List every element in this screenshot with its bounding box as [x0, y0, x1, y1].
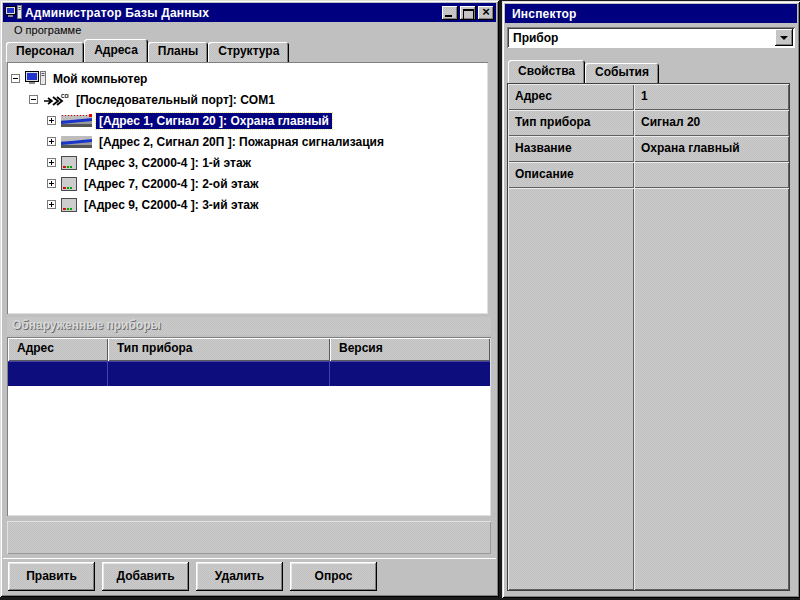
- signal20-panel-icon: [61, 114, 92, 128]
- expand-icon[interactable]: [47, 137, 56, 146]
- c2000-module-icon: [61, 156, 77, 170]
- inspector-title-bar[interactable]: Инспектор: [505, 4, 797, 23]
- tree-item-label: [Адрес 7, С2000-4 ]: 2-ой этаж: [81, 176, 261, 192]
- tree-item-addr3[interactable]: [Адрес 3, С2000-4 ]: 1-й этаж: [9, 152, 486, 173]
- tree-item-addr9[interactable]: [Адрес 9, С2000-4 ]: 3-ий этаж: [9, 194, 486, 215]
- tree-item-label: [Адрес 1, Сигнал 20 ]: Охрана главный: [96, 113, 332, 129]
- table-header-row: Адрес Тип прибора Версия: [8, 338, 490, 361]
- tab-events[interactable]: События: [585, 63, 659, 83]
- property-name: Название: [508, 136, 634, 162]
- tree-item-computer[interactable]: Мой компьютер: [9, 68, 486, 89]
- tree-item-label: [Адрес 2, Сигнал 20П ]: Пожарная сигнали…: [96, 134, 387, 150]
- edit-button[interactable]: Править: [8, 562, 95, 591]
- poll-button[interactable]: Опрос: [290, 562, 377, 591]
- expand-icon[interactable]: [47, 179, 56, 188]
- collapse-icon[interactable]: [29, 95, 38, 104]
- c2000-module-icon: [61, 198, 77, 212]
- tree-item-addr7[interactable]: [Адрес 7, С2000-4 ]: 2-ой этаж: [9, 173, 486, 194]
- inspector-tab-strip: Свойства События: [505, 60, 797, 83]
- maximize-button[interactable]: [460, 6, 476, 20]
- expand-icon[interactable]: [47, 158, 56, 167]
- inspector-title: Инспектор: [512, 7, 577, 21]
- column-header-address[interactable]: Адрес: [8, 338, 108, 361]
- combobox-value: Прибор: [507, 27, 775, 48]
- add-button[interactable]: Добавить: [102, 562, 189, 591]
- property-value[interactable]: Сигнал 20: [634, 110, 789, 136]
- expand-icon[interactable]: [47, 116, 56, 125]
- svg-text:COM: COM: [61, 93, 69, 99]
- status-strip: [7, 521, 491, 554]
- signal20-panel-icon: [61, 135, 92, 149]
- property-grid: Адрес 1 Тип прибора Сигнал 20 Название О…: [507, 83, 790, 591]
- tab-plans[interactable]: Планы: [148, 42, 208, 62]
- main-window: Администратор Базы Данных О программе Пе…: [0, 0, 499, 597]
- property-value[interactable]: [634, 162, 789, 188]
- collapse-icon[interactable]: [11, 74, 20, 83]
- tab-addresses[interactable]: Адреса: [84, 39, 148, 62]
- cell-version: [330, 361, 490, 386]
- detected-devices-table: Адрес Тип прибора Версия: [7, 337, 491, 516]
- delete-button[interactable]: Удалить: [196, 562, 283, 591]
- property-row-description: Описание: [508, 162, 789, 188]
- tree-item-label: [Адрес 3, С2000-4 ]: 1-й этаж: [81, 155, 254, 171]
- property-name: Тип прибора: [508, 110, 634, 136]
- main-window-title: Администратор Базы Данных: [25, 6, 209, 20]
- menu-item-about[interactable]: О программе: [10, 24, 85, 36]
- property-grid-empty-area: [508, 188, 789, 590]
- property-value[interactable]: 1: [634, 84, 789, 110]
- app-icon: [5, 5, 22, 20]
- main-title-bar[interactable]: Администратор Базы Данных: [3, 3, 496, 22]
- table-row-selected[interactable]: [8, 361, 490, 386]
- tree-item-label: Мой компьютер: [50, 71, 150, 87]
- computer-icon: [25, 71, 46, 86]
- tree-item-addr1[interactable]: [Адрес 1, Сигнал 20 ]: Охрана главный: [9, 110, 486, 131]
- cell-address: [8, 361, 108, 386]
- property-value[interactable]: Охрана главный: [634, 136, 789, 162]
- table-empty-area: [8, 386, 490, 515]
- inspector-window: Инспектор Прибор Свойства События Адрес …: [502, 1, 800, 598]
- tab-properties[interactable]: Свойства: [508, 60, 585, 83]
- detected-devices-caption: Обнаруженные приборы: [7, 317, 491, 335]
- main-tab-strip: Персонал Адреса Планы Структура: [3, 39, 496, 62]
- minimize-button[interactable]: [442, 6, 458, 20]
- property-row-device-type: Тип прибора Сигнал 20: [508, 110, 789, 136]
- tab-personal[interactable]: Персонал: [6, 42, 84, 62]
- expand-icon[interactable]: [47, 200, 56, 209]
- column-header-version[interactable]: Версия: [330, 338, 490, 361]
- action-button-bar: Править Добавить Удалить Опрос: [3, 558, 496, 594]
- close-button[interactable]: [478, 6, 494, 20]
- tree-item-addr2[interactable]: [Адрес 2, Сигнал 20П ]: Пожарная сигнали…: [9, 131, 486, 152]
- menu-bar: О программе: [3, 22, 496, 39]
- tree-item-label: [Последовательный порт]: COM1: [73, 92, 278, 108]
- c2000-module-icon: [61, 177, 77, 191]
- column-header-device-type[interactable]: Тип прибора: [108, 338, 330, 361]
- object-selector-combobox[interactable]: Прибор: [507, 27, 795, 48]
- dropdown-arrow-icon[interactable]: [775, 29, 793, 46]
- tab-structure[interactable]: Структура: [208, 42, 289, 62]
- cell-device-type: [108, 361, 330, 386]
- property-row-address: Адрес 1: [508, 84, 789, 110]
- property-name: Адрес: [508, 84, 634, 110]
- tree-item-com-port[interactable]: COM [Последовательный порт]: COM1: [9, 89, 486, 110]
- property-row-name: Название Охрана главный: [508, 136, 789, 162]
- com-port-icon: COM: [43, 93, 69, 107]
- tree-item-label: [Адрес 9, С2000-4 ]: 3-ий этаж: [81, 197, 261, 213]
- device-tree: Мой компьютер COM [Последовательный порт…: [7, 62, 488, 314]
- property-name: Описание: [508, 162, 634, 188]
